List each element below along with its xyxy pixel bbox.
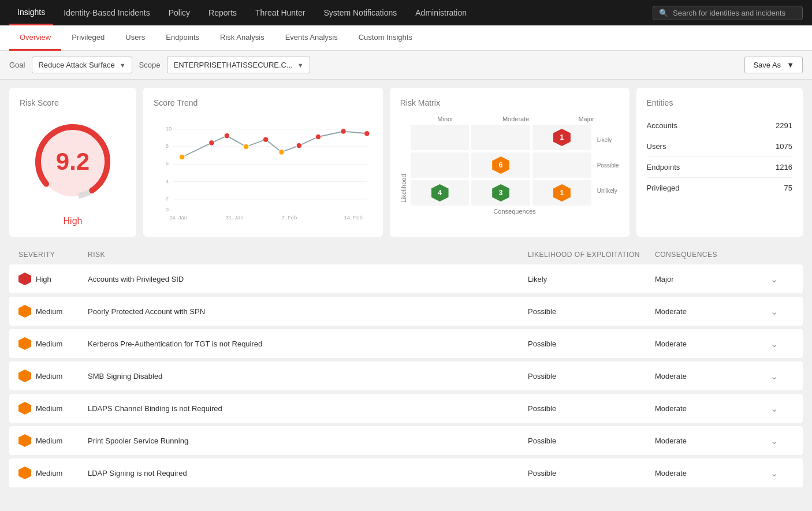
- table-row[interactable]: Medium Kerberos Pre-Authentication for T…: [9, 329, 803, 358]
- consequences-1: Moderate: [655, 307, 770, 316]
- nav-item-threat-hunter[interactable]: Threat Hunter: [247, 0, 313, 25]
- expand-icon-0[interactable]: ⌄: [770, 274, 794, 285]
- expand-icon-6[interactable]: ⌄: [770, 468, 794, 479]
- table-header: Severity Risk Likelihood of Exploitation…: [9, 245, 803, 264]
- matrix-cell-2-0: 4: [411, 180, 470, 206]
- col-label-moderate: Moderate: [502, 115, 529, 122]
- svg-point-22: [341, 129, 346, 134]
- table-row[interactable]: High Accounts with Privileged SID Likely…: [9, 264, 803, 293]
- search-box[interactable]: 🔍 Search for identities and incidents: [653, 6, 803, 20]
- table-section: Severity Risk Likelihood of Exploitation…: [0, 245, 812, 500]
- nav-item-policy[interactable]: Policy: [161, 0, 198, 25]
- col-header-consequences: Consequences: [655, 251, 770, 259]
- nav-item-insights[interactable]: Insights: [9, 0, 53, 25]
- tab-users[interactable]: Users: [115, 25, 155, 51]
- severity-label-medium-6: Medium: [36, 469, 62, 478]
- nav-item-administration[interactable]: Administration: [407, 0, 475, 25]
- consequences-4: Moderate: [655, 404, 770, 413]
- severity-icon-high: [18, 273, 31, 285]
- nav-item-reports[interactable]: Reports: [200, 0, 245, 25]
- table-row[interactable]: Medium LDAP Signing is not Required Poss…: [9, 458, 803, 487]
- row-label-possible: Possible: [597, 162, 619, 169]
- matrix-cell-2-2: 1: [532, 180, 591, 206]
- entity-row-users: Users 1075: [647, 136, 793, 157]
- expand-icon-2[interactable]: ⌄: [770, 338, 794, 349]
- scope-chevron-icon: ▼: [297, 62, 304, 69]
- table-row[interactable]: Medium SMB Signing Disabled Possible Mod…: [9, 361, 803, 390]
- risk-score-container: 9.2 High: [20, 115, 126, 226]
- entity-label-endpoints: Endpoints: [647, 163, 680, 171]
- severity-label-medium-5: Medium: [36, 437, 62, 445]
- tab-privileged[interactable]: Privileged: [61, 25, 115, 51]
- likelihood-6: Possible: [528, 469, 655, 478]
- entity-count-privileged: 75: [784, 184, 792, 192]
- tab-custom-insights[interactable]: Custom Insights: [348, 25, 423, 51]
- expand-icon-4[interactable]: ⌄: [770, 403, 794, 414]
- consequences-6: Moderate: [655, 469, 770, 478]
- svg-point-15: [209, 140, 214, 146]
- save-as-button[interactable]: Save As ▼: [744, 57, 803, 73]
- severity-label-medium-4: Medium: [36, 404, 62, 413]
- entity-label-users: Users: [647, 142, 666, 151]
- severity-label-medium-3: Medium: [36, 372, 62, 381]
- svg-point-23: [364, 131, 370, 136]
- tab-endpoints[interactable]: Endpoints: [155, 25, 210, 51]
- severity-medium-6: Medium: [18, 467, 88, 479]
- entities-card: Entities Accounts 2291 Users 1075 Endpoi…: [636, 88, 803, 237]
- save-as-label: Save As: [753, 61, 781, 69]
- col-label-major: Major: [578, 115, 594, 122]
- svg-text:2: 2: [166, 195, 169, 202]
- matrix-cell-1-2: [532, 152, 591, 178]
- severity-medium-2: Medium: [18, 337, 88, 350]
- row-label-likely: Likely: [597, 137, 619, 143]
- consequences-5: Moderate: [655, 437, 770, 445]
- severity-label-medium-2: Medium: [36, 340, 62, 348]
- svg-point-18: [263, 137, 268, 142]
- likelihood-0: Likely: [528, 275, 655, 284]
- risk-text-6: LDAP Signing is not Required: [88, 469, 528, 478]
- matrix-badge-4-green: 4: [431, 184, 449, 202]
- risk-text-1: Poorly Protected Account with SPN: [88, 307, 528, 316]
- score-trend-chart: 10 8 6 4 2 0 24.: [154, 115, 373, 219]
- risk-matrix-title: Risk Matrix: [400, 98, 619, 107]
- risk-text-5: Print Spooler Service Running: [88, 437, 528, 445]
- tab-overview[interactable]: Overview: [9, 25, 61, 51]
- likelihood-1: Possible: [528, 307, 655, 316]
- goal-dropdown[interactable]: Reduce Attack Surface ▼: [32, 57, 132, 73]
- tab-events-analysis[interactable]: Events Analysis: [275, 25, 348, 51]
- expand-icon-3[interactable]: ⌄: [770, 371, 794, 382]
- matrix-cell-1-0: [411, 152, 470, 178]
- entity-row-endpoints: Endpoints 1216: [647, 157, 793, 178]
- matrix-badge-1-orange: 1: [553, 184, 571, 202]
- expand-icon-5[interactable]: ⌄: [770, 435, 794, 446]
- scope-dropdown[interactable]: ENTERPRISETHATISSECURE.C... ▼: [167, 57, 310, 73]
- goal-value: Reduce Attack Surface: [38, 61, 114, 69]
- risk-text-2: Kerberos Pre-Authentication for TGT is n…: [88, 340, 528, 348]
- nav-item-identity-based-incidents[interactable]: Identity-Based Incidents: [55, 0, 158, 25]
- gauge-wrapper: 9.2: [27, 115, 119, 208]
- expand-icon-1[interactable]: ⌄: [770, 306, 794, 317]
- svg-point-21: [315, 134, 321, 139]
- tab-risk-analysis[interactable]: Risk Analysis: [210, 25, 275, 51]
- severity-icon-medium-4: [18, 402, 31, 415]
- risk-text-4: LDAPS Channel Binding is not Required: [88, 404, 528, 413]
- entity-label-accounts: Accounts: [647, 121, 677, 130]
- table-row[interactable]: Medium LDAPS Channel Binding is not Requ…: [9, 394, 803, 423]
- row-label-unlikely: Unlikely: [597, 188, 619, 194]
- x-axis-label: Consequences: [411, 208, 619, 215]
- svg-point-17: [243, 144, 248, 149]
- nav-item-system-notifications[interactable]: System Notifications: [315, 0, 405, 25]
- table-row[interactable]: Medium Poorly Protected Account with SPN…: [9, 297, 803, 326]
- matrix-cell-0-0: [411, 125, 470, 150]
- svg-text:0: 0: [166, 206, 169, 212]
- consequences-0: Major: [655, 275, 770, 284]
- risk-text-0: Accounts with Privileged SID: [88, 275, 528, 284]
- table-row[interactable]: Medium Print Spooler Service Running Pos…: [9, 426, 803, 455]
- matrix-badge-6-orange: 6: [492, 156, 509, 174]
- consequences-3: Moderate: [655, 372, 770, 381]
- severity-icon-medium-5: [18, 434, 31, 447]
- severity-icon-medium-3: [18, 370, 31, 382]
- severity-label-medium-1: Medium: [36, 307, 62, 316]
- top-navigation: Insights Identity-Based Incidents Policy…: [0, 0, 812, 25]
- severity-medium-3: Medium: [18, 370, 88, 382]
